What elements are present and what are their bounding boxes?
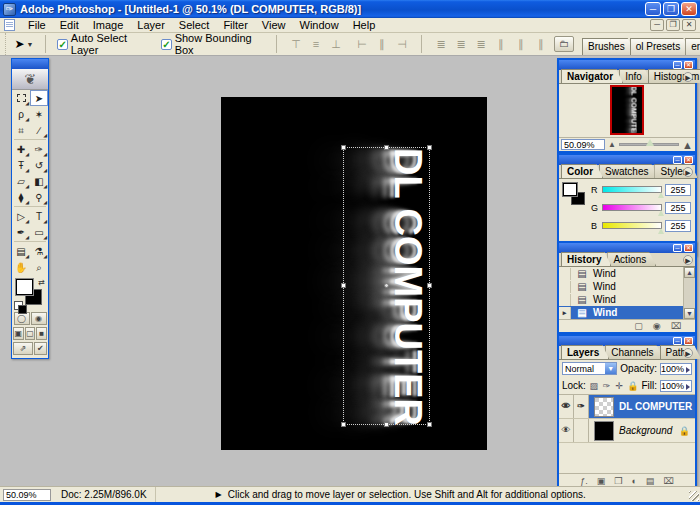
blue-value-field[interactable]: 255: [665, 220, 691, 232]
path-selection-tool-icon[interactable]: ▷◢: [12, 208, 30, 224]
handle-bottom-center[interactable]: [384, 422, 389, 427]
blue-slider[interactable]: [602, 222, 662, 229]
green-slider[interactable]: [602, 204, 662, 211]
new-adjustment-layer-icon[interactable]: ◐: [631, 476, 636, 486]
red-value-field[interactable]: 255: [665, 184, 691, 196]
swap-colors-icon[interactable]: ⇄: [38, 278, 45, 287]
zoom-tool-icon[interactable]: ⌕: [30, 259, 48, 275]
file-browser-icon[interactable]: 🗀: [554, 36, 574, 52]
palette-menu-icon[interactable]: ▶: [683, 167, 693, 177]
new-layer-icon[interactable]: ▤: [646, 476, 655, 486]
toolbox-title-bar[interactable]: [12, 59, 48, 69]
resize-grip[interactable]: [689, 491, 699, 501]
new-snapshot-camera-icon[interactable]: ◉: [653, 321, 661, 331]
fullscreen-mode-button[interactable]: ■: [36, 327, 47, 340]
history-source-well[interactable]: [559, 281, 571, 293]
type-tool-icon[interactable]: T◢: [30, 208, 48, 224]
tab-history[interactable]: History: [561, 252, 611, 266]
fullscreen-menubar-mode-button[interactable]: ▢: [25, 327, 36, 340]
tool-preset-picker[interactable]: ➤ ▼: [10, 35, 39, 53]
tab-color[interactable]: Color: [561, 164, 603, 178]
handle-bottom-right[interactable]: [427, 422, 432, 427]
notes-tool-icon[interactable]: ▤◢: [12, 243, 30, 259]
options-bar-grip[interactable]: [0, 33, 6, 55]
document-icon[interactable]: [4, 19, 15, 31]
slider-thumb[interactable]: [646, 139, 654, 146]
slider-thumb[interactable]: [658, 228, 664, 234]
menu-filter[interactable]: Filter: [216, 18, 254, 32]
brushes-tab[interactable]: Brushes: [582, 38, 636, 55]
history-state-row[interactable]: ▤ Wind: [559, 293, 695, 306]
minimize-button[interactable]: ─: [645, 2, 661, 16]
history-state-row-selected[interactable]: ▸ ▤ Wind: [559, 306, 695, 319]
standard-screen-mode-button[interactable]: ▣: [13, 327, 24, 340]
tab-actions[interactable]: Actions: [607, 252, 656, 266]
brush-tool-icon[interactable]: ✑◢: [30, 141, 48, 157]
palette-menu-icon[interactable]: ▶: [683, 72, 693, 82]
lock-position-icon[interactable]: ✛: [614, 381, 624, 391]
history-title-bar[interactable]: ─ ✕: [559, 243, 695, 253]
blur-tool-icon[interactable]: ⧫◢: [12, 189, 30, 205]
menu-edit[interactable]: Edit: [53, 18, 86, 32]
doc-minimize-button[interactable]: ─: [650, 19, 664, 31]
palette-close-icon[interactable]: ✕: [684, 61, 693, 69]
menu-image[interactable]: Image: [86, 18, 131, 32]
quick-mask-mode-button[interactable]: ◉: [31, 312, 47, 325]
handle-center-reference[interactable]: [384, 283, 389, 288]
default-colors-icon[interactable]: [14, 301, 23, 310]
history-scrollbar[interactable]: ▲ ▼: [683, 267, 695, 319]
history-state-row[interactable]: ▤ Wind: [559, 280, 695, 293]
scroll-up-icon[interactable]: ▲: [684, 267, 695, 278]
blend-mode-dropdown[interactable]: Normal ▼: [562, 362, 617, 375]
tab-paths[interactable]: Paths: [660, 345, 700, 359]
handle-top-left[interactable]: [341, 145, 346, 150]
rectangular-marquee-tool-icon[interactable]: ◢: [12, 90, 30, 106]
navigator-zoom-field[interactable]: 50.09%: [561, 139, 605, 150]
close-button[interactable]: ✕: [681, 2, 697, 16]
history-source-well[interactable]: [559, 268, 571, 280]
opacity-field[interactable]: 100%: [660, 363, 692, 375]
gradient-tool-icon[interactable]: ◧◢: [30, 173, 48, 189]
palette-menu-icon[interactable]: ▶: [683, 348, 693, 358]
layer-name[interactable]: DL COMPUTER: [619, 401, 695, 412]
dodge-tool-icon[interactable]: ⚲◢: [30, 189, 48, 205]
slice-tool-icon[interactable]: ∕◢: [30, 122, 48, 138]
lock-all-icon[interactable]: 🔒: [627, 381, 638, 391]
tab-navigator[interactable]: Navigator: [561, 69, 623, 83]
handle-bottom-left[interactable]: [341, 422, 346, 427]
move-tool-icon[interactable]: ➤: [30, 90, 48, 106]
tab-info[interactable]: Info: [619, 69, 652, 83]
lock-transparency-icon[interactable]: ▨: [589, 381, 599, 391]
menu-view[interactable]: View: [255, 18, 293, 32]
palette-close-icon[interactable]: ✕: [684, 156, 693, 164]
palette-minimize-icon[interactable]: ─: [673, 156, 682, 164]
menu-window[interactable]: Window: [293, 18, 346, 32]
palette-minimize-icon[interactable]: ─: [673, 61, 682, 69]
slider-thumb[interactable]: [658, 210, 664, 216]
red-slider[interactable]: [602, 186, 662, 193]
layer-visibility-eye-icon[interactable]: 👁: [559, 395, 574, 418]
tab-swatches[interactable]: Swatches: [599, 164, 658, 178]
history-state-row[interactable]: ▤ Wind: [559, 267, 695, 280]
handle-top-right[interactable]: [427, 145, 432, 150]
handle-middle-right[interactable]: [427, 283, 432, 288]
navigator-title-bar[interactable]: ─ ✕: [559, 60, 695, 70]
restore-button[interactable]: ❐: [663, 2, 679, 16]
color-title-bar[interactable]: ─ ✕: [559, 155, 695, 165]
magic-wand-tool-icon[interactable]: ✶: [30, 106, 48, 122]
eyedropper-tool-icon[interactable]: ⚗◢: [30, 243, 48, 259]
layer-edit-brush-icon[interactable]: ✑: [574, 395, 589, 418]
history-source-well[interactable]: [559, 294, 571, 306]
layer-thumbnail[interactable]: [594, 421, 614, 441]
history-brush-tool-icon[interactable]: ↺◢: [30, 157, 48, 173]
lock-image-icon[interactable]: ✑: [602, 381, 612, 391]
layer-visibility-eye-icon[interactable]: 👁: [559, 419, 574, 442]
new-document-from-state-icon[interactable]: ▢: [634, 321, 643, 331]
layer-thumbnail[interactable]: [594, 397, 614, 417]
eraser-tool-icon[interactable]: ▱◢: [12, 173, 30, 189]
palette-close-icon[interactable]: ✕: [684, 244, 693, 252]
pen-tool-icon[interactable]: ✒◢: [12, 224, 30, 240]
layer-row-background[interactable]: 👁 Background 🔒: [559, 419, 695, 443]
layer-link-well[interactable]: [574, 419, 589, 442]
layer-name[interactable]: Background: [619, 425, 679, 436]
